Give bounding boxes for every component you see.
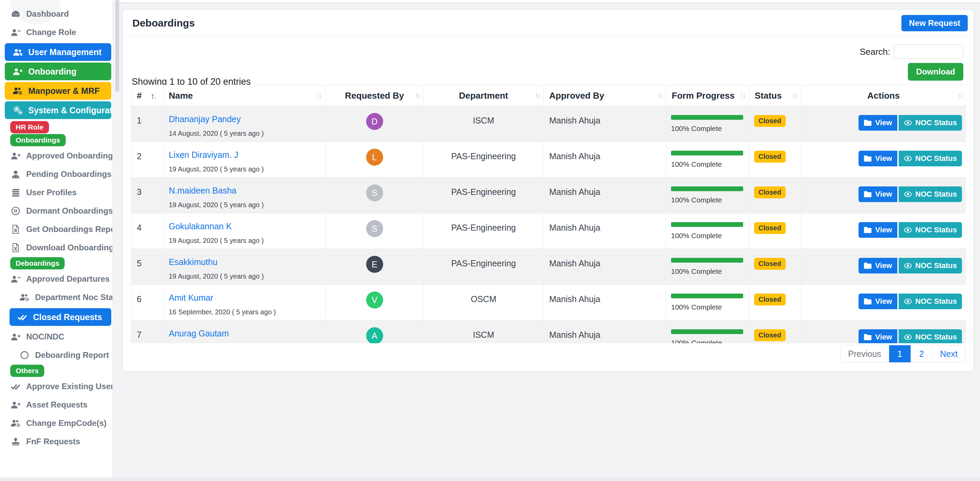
eye-icon xyxy=(904,119,912,126)
file-excel-icon xyxy=(10,224,21,234)
noc-status-button[interactable]: NOC Status xyxy=(899,115,962,131)
table-row: 3 N.maideen Basha 19 August, 2020 ( 5 ye… xyxy=(131,178,966,213)
sidebar-item-fnf-requests[interactable]: FnF Requests xyxy=(0,432,112,451)
approved-by-cell: Manish Ahuja xyxy=(544,142,666,178)
pagination-page-2[interactable]: 2 xyxy=(911,345,933,362)
noc-status-button[interactable]: NOC Status xyxy=(899,222,962,238)
horizontal-scrollbar[interactable] xyxy=(0,478,980,481)
users-gear-icon xyxy=(10,418,21,428)
sidebar-item-label: Approve Existing Users Requests xyxy=(26,382,112,391)
view-button[interactable]: View xyxy=(859,258,897,273)
sidebar-item-label: Asset Requests xyxy=(26,400,88,410)
sidebar-item-system-configuration[interactable]: System & Configuration xyxy=(5,102,111,119)
sidebar-item-download-onboardings-report[interactable]: Download Onboardings Report xyxy=(0,238,112,257)
avatar: A xyxy=(366,327,383,343)
view-button[interactable]: View xyxy=(859,329,897,343)
column-header-department[interactable]: Department↑↓ xyxy=(424,85,544,106)
approved-by-cell: Manish Ahuja xyxy=(544,213,666,249)
sidebar-item-onboarding[interactable]: Onboarding xyxy=(5,63,111,80)
others-section-badge: Others xyxy=(10,365,44,377)
row-index: 7 xyxy=(131,321,163,344)
user-plus-icon xyxy=(10,151,21,161)
eye-icon xyxy=(904,334,912,341)
column-header-form-progress[interactable]: Form Progress↑↓ xyxy=(666,85,749,106)
noc-status-button[interactable]: NOC Status xyxy=(899,258,962,273)
sidebar-item-user-profiles[interactable]: User Profiles xyxy=(0,183,112,202)
sidebar-item-department-noc-status[interactable]: Department Noc Status xyxy=(0,288,112,306)
progress-label: 100% Complete xyxy=(671,232,749,240)
main-content: Deboardings New Request Search: Download… xyxy=(120,0,980,481)
employee-name-link[interactable]: Esakkimuthu xyxy=(169,257,218,267)
status-badge: Closed xyxy=(754,329,786,341)
noc-status-button[interactable]: NOC Status xyxy=(899,294,962,309)
eye-icon xyxy=(904,155,912,162)
sidebar-scrollbar[interactable] xyxy=(115,0,120,481)
row-index: 3 xyxy=(131,178,163,213)
search-label: Search: xyxy=(859,47,890,57)
sidebar-item-closed-requests[interactable]: Closed Requests xyxy=(10,308,111,326)
sidebar-item-pending-onboardings[interactable]: Pending Onboardings xyxy=(0,165,112,183)
sidebar-item-label: Approved Departures xyxy=(26,274,110,284)
folder-icon xyxy=(864,227,872,233)
employee-name-link[interactable]: N.maideen Basha xyxy=(169,186,237,195)
eye-icon xyxy=(904,298,912,305)
pagination-next[interactable]: Next xyxy=(933,345,965,362)
table-row: 7 Anurag Gautam A ISCM Manish Ahuja 100%… xyxy=(131,321,966,344)
employee-name-link[interactable]: Lixen Diraviyam. J xyxy=(169,150,238,160)
sidebar-item-dormant-onboardings[interactable]: Dormant Onboardings xyxy=(0,202,112,220)
column-header-approved-by[interactable]: Approved By↑↓ xyxy=(544,85,666,106)
column-header-index[interactable]: #↑↓ xyxy=(131,85,163,106)
users-icon xyxy=(12,47,23,57)
view-button[interactable]: View xyxy=(859,151,897,166)
table-row: 6 Amit Kumar 16 September, 2020 ( 5 year… xyxy=(131,285,966,321)
table-row: 1 Dhananjay Pandey 14 August, 2020 ( 5 y… xyxy=(131,106,966,142)
column-header-requested-by[interactable]: Requested By↑↓ xyxy=(326,85,424,106)
sidebar-item-noc-ndc[interactable]: NOC/NDC xyxy=(0,328,112,346)
sidebar-item-asset-requests[interactable]: Asset Requests xyxy=(0,395,112,414)
sidebar-item-deboarding-report[interactable]: Deboarding Report xyxy=(0,346,112,364)
sidebar-item-get-onboardings-report[interactable]: Get Onboardings Report xyxy=(0,220,112,238)
progress-label: 100% Complete xyxy=(671,267,749,276)
sidebar-item-approved-onboardings[interactable]: Approved Onboardings xyxy=(0,147,112,165)
status-badge: Closed xyxy=(754,186,786,198)
view-button[interactable]: View xyxy=(859,294,897,309)
search-input[interactable] xyxy=(894,44,963,59)
row-index: 6 xyxy=(131,285,163,321)
sidebar-item-change-empcodes[interactable]: Change EmpCode(s) xyxy=(0,414,112,432)
noc-status-button[interactable]: NOC Status xyxy=(899,186,962,202)
column-header-actions[interactable]: Actions↑↓ xyxy=(801,85,966,106)
employee-name-link[interactable]: Amit Kumar xyxy=(169,293,213,302)
department-cell: PAS-Engineering xyxy=(424,213,544,249)
sidebar-item-approved-departures[interactable]: Approved Departures xyxy=(0,270,112,288)
avatar: S xyxy=(366,220,383,237)
file-excel-icon xyxy=(10,243,21,253)
pagination-previous[interactable]: Previous xyxy=(840,345,889,362)
pagination-page-1[interactable]: 1 xyxy=(889,345,911,362)
sidebar-item-label: Approved Onboardings xyxy=(26,151,112,160)
employee-name-link[interactable]: Dhananjay Pandey xyxy=(169,114,240,124)
column-header-status[interactable]: Status↑↓ xyxy=(749,85,801,106)
employee-name-link[interactable]: Gokulakannan K xyxy=(169,221,232,231)
users-gear-icon xyxy=(19,292,30,302)
employee-name-link[interactable]: Anurag Gautam xyxy=(169,329,229,338)
list-icon xyxy=(10,187,21,198)
sidebar-item-manpower-mrf[interactable]: Manpower & MRF xyxy=(5,82,111,100)
sidebar-item-user-management[interactable]: User Management xyxy=(5,43,111,61)
status-badge: Closed xyxy=(754,258,786,270)
new-request-button[interactable]: New Request xyxy=(901,15,968,31)
sidebar-item-change-role[interactable]: Change Role xyxy=(0,23,112,41)
folder-icon xyxy=(864,155,872,162)
view-button[interactable]: View xyxy=(859,186,897,202)
sidebar-item-approve-existing-users-requests[interactable]: Approve Existing Users Requests xyxy=(0,377,112,395)
folder-icon xyxy=(864,262,872,269)
request-date: 16 September, 2020 ( 5 years ago ) xyxy=(169,308,325,316)
download-button[interactable]: Download xyxy=(908,63,963,81)
noc-status-button[interactable]: NOC Status xyxy=(899,329,962,343)
noc-status-button[interactable]: NOC Status xyxy=(899,151,962,166)
sidebar-item-dashboard[interactable]: Dashboard xyxy=(0,5,112,23)
column-header-name[interactable]: Name↑↓ xyxy=(163,85,326,106)
table-row: 2 Lixen Diraviyam. J 19 August, 2020 ( 5… xyxy=(131,142,966,178)
view-button[interactable]: View xyxy=(859,222,897,238)
sidebar-scrollbar-thumb[interactable] xyxy=(115,0,119,92)
view-button[interactable]: View xyxy=(859,115,897,131)
